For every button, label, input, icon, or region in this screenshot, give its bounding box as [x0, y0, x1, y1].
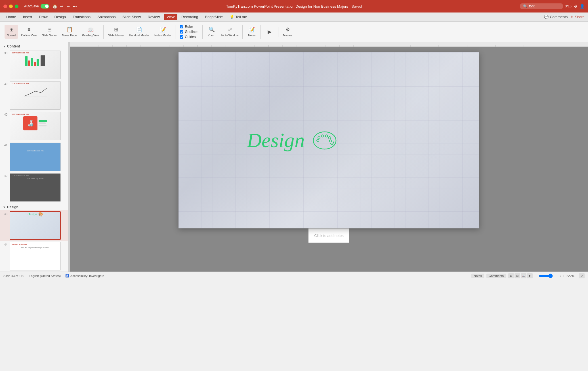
toolbar-group-show: Ruler Gridlines Guides: [176, 25, 202, 39]
toolbar-notes[interactable]: 📝 Notes: [245, 25, 259, 39]
zoom-slider[interactable]: − + 222%: [535, 274, 577, 278]
menu-transitions[interactable]: Transitions: [70, 14, 93, 20]
slide-area[interactable]: Design: [70, 47, 588, 272]
normal-view-btn[interactable]: ⊞: [508, 273, 514, 278]
svg-point-35: [317, 139, 319, 141]
account-icon[interactable]: 👤: [580, 4, 585, 9]
presenter-view-btn[interactable]: ▶: [527, 273, 533, 278]
menu-view[interactable]: View: [164, 14, 177, 20]
sorter-view-btn[interactable]: ⊟: [514, 273, 520, 278]
zoom-label: Zoom: [208, 34, 215, 37]
toolbar-notes-page[interactable]: 📋 Notes Page: [60, 25, 79, 39]
slide-item-42[interactable]: 42 CONTENT SLIDE #42 The three big ideas: [0, 172, 68, 203]
slide-info: Slide 43 of 110: [3, 274, 24, 278]
settings-icon[interactable]: ⚙: [574, 4, 578, 9]
slide-thumb-44[interactable]: DESIGN SLIDE #44 Use this simple slide d…: [10, 242, 61, 270]
slide-item-38[interactable]: 38 CONTENT SLIDE #38: [0, 49, 68, 80]
share-button[interactable]: ⬆ Share: [570, 15, 585, 19]
minimize-button[interactable]: [9, 5, 13, 8]
slide-counter: 3/16: [565, 4, 572, 8]
comments-status-btn[interactable]: Comments: [486, 274, 506, 278]
slide-content[interactable]: Design: [247, 129, 339, 152]
slide-item-43[interactable]: 43 Design 🎨: [0, 210, 68, 241]
comments-button[interactable]: 💬 Comments: [544, 15, 568, 19]
more-icon[interactable]: •••: [73, 4, 77, 9]
guides-input[interactable]: [180, 35, 183, 39]
menu-tellme[interactable]: 💡 Tell me: [227, 14, 250, 20]
toolbar-notes-master[interactable]: 📝 Notes Master: [152, 25, 173, 39]
ruler-svg: [70, 42, 588, 47]
notes-area[interactable]: Click to add notes: [308, 228, 349, 243]
menu-brightslide[interactable]: BrightSlide: [202, 14, 226, 20]
maximize-button[interactable]: [15, 5, 18, 8]
thumb-44-header: DESIGN SLIDE #44: [10, 242, 60, 246]
gridlines-checkbox[interactable]: Gridlines: [180, 30, 198, 34]
slide-design-text[interactable]: Design: [247, 129, 305, 152]
accessibility-info[interactable]: ♿ Accessibility: Investigate: [65, 274, 104, 278]
home-icon[interactable]: 🏠: [52, 4, 57, 9]
forward-icon[interactable]: ↪: [66, 4, 70, 9]
slide-thumb-38[interactable]: CONTENT SLIDE #38: [10, 51, 61, 79]
section-content[interactable]: ▼ Content: [0, 42, 68, 49]
slide-thumb-42[interactable]: CONTENT SLIDE #42 The three big ideas: [10, 173, 61, 202]
menu-review[interactable]: Review: [145, 14, 163, 20]
reading-view-icon: 📖: [87, 26, 94, 33]
ruler-checkbox[interactable]: Ruler: [180, 25, 198, 29]
toolbar-reading[interactable]: 📖 Reading View: [80, 25, 102, 39]
toolbar-macros[interactable]: ⚙ Macros: [281, 25, 295, 39]
guides-checkbox[interactable]: Guides: [180, 35, 198, 39]
zoom-level: 222%: [566, 274, 577, 278]
zoom-range[interactable]: [539, 274, 561, 278]
zoom-plus-icon[interactable]: +: [563, 274, 565, 278]
svg-point-34: [329, 140, 332, 142]
thumb-39-body: [10, 86, 60, 97]
slide-item-44[interactable]: 44 DESIGN SLIDE #44 Use this simple slid…: [0, 241, 68, 272]
toolbar-play[interactable]: ▶: [263, 27, 276, 37]
autosave-toggle[interactable]: [41, 4, 49, 9]
reading-view-btn[interactable]: 📖: [521, 273, 526, 278]
toolbar-normal[interactable]: ⊞ Normal: [5, 25, 18, 39]
ruler-input[interactable]: [180, 25, 183, 28]
menu-insert[interactable]: Insert: [20, 14, 35, 20]
toolbar-handout-master[interactable]: 📄 Handout Master: [127, 25, 152, 39]
slide-num-38: 38: [2, 51, 7, 55]
gridlines-input[interactable]: [180, 30, 183, 34]
thumb-40-header: CONTENT SLIDE #40: [10, 112, 60, 116]
thumb-39-header: CONTENT SLIDE #39: [10, 82, 60, 86]
slide-master-label: Slide Master: [108, 34, 124, 37]
menu-home[interactable]: Home: [3, 14, 19, 20]
toolbar-fit-window[interactable]: ⤢ Fit to Window: [219, 25, 241, 39]
slide-thumb-43[interactable]: Design 🎨: [10, 211, 61, 240]
menu-draw[interactable]: Draw: [36, 14, 50, 20]
slide-thumb-39[interactable]: CONTENT SLIDE #39: [10, 81, 61, 110]
line-chart-mini: [24, 86, 47, 97]
toolbar-outline[interactable]: ≡ Outline View: [19, 25, 39, 39]
notes-status-btn[interactable]: Notes: [471, 274, 484, 278]
slide-canvas[interactable]: Design: [178, 52, 479, 228]
back-icon[interactable]: ↩: [60, 4, 64, 9]
fit-screen-btn[interactable]: ⤢: [579, 273, 585, 278]
zoom-minus-icon[interactable]: −: [535, 274, 537, 278]
slide-item-40[interactable]: 40 CONTENT SLIDE #40 🍶: [0, 111, 68, 141]
search-bar[interactable]: 🔍 font: [520, 3, 563, 9]
slide-thumb-40[interactable]: CONTENT SLIDE #40 🍶: [10, 112, 61, 140]
guide-vertical-right: [476, 52, 476, 228]
svg-point-32: [325, 135, 327, 137]
slide-item-39[interactable]: 39 CONTENT SLIDE #39: [0, 80, 68, 111]
slide-num-41: 41: [2, 143, 7, 147]
menu-recording[interactable]: Recording: [178, 14, 201, 20]
toolbar-sorter[interactable]: ⊟ Slide Sorter: [40, 25, 59, 39]
toolbar-zoom[interactable]: 🔍 Zoom: [205, 25, 219, 39]
close-button[interactable]: [3, 5, 7, 8]
sorter-view-label: Slide Sorter: [42, 34, 57, 37]
menu-slideshow[interactable]: Slide Show: [119, 14, 144, 20]
slide-thumb-41[interactable]: CONTENT SLIDE #41: [10, 143, 61, 171]
menu-animations[interactable]: Animations: [94, 14, 118, 20]
toolbar-slide-master[interactable]: ⊞ Slide Master: [106, 25, 126, 39]
share-icon: ⬆: [570, 15, 574, 19]
view-buttons: ⊞ ⊟ 📖 ▶: [508, 273, 533, 278]
section-design[interactable]: ▼ Design: [0, 203, 68, 210]
palette-icon: [310, 129, 339, 152]
slide-item-41[interactable]: 41 CONTENT SLIDE #41: [0, 141, 68, 172]
menu-design[interactable]: Design: [52, 14, 69, 20]
